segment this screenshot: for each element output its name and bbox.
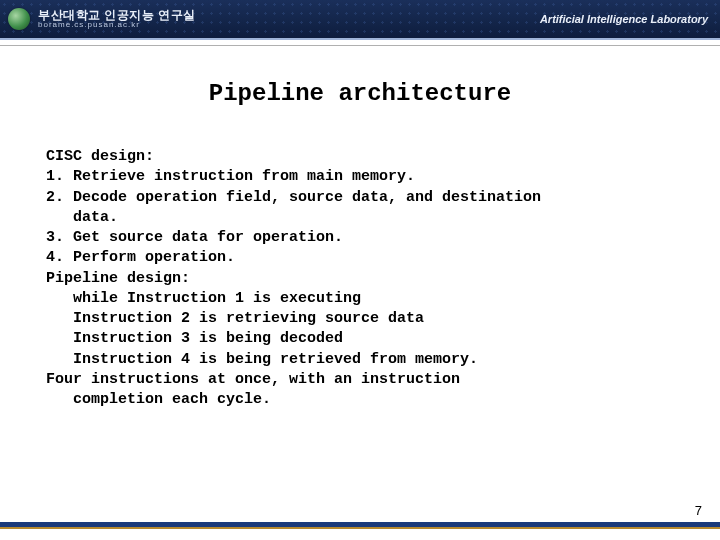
slide-footer [0, 522, 720, 540]
pipeline-line-1: while Instruction 1 is executing [46, 289, 674, 309]
slide-title: Pipeline architecture [0, 80, 720, 107]
cisc-step-2-line1: 2. Decode operation field, source data, … [46, 188, 674, 208]
slide-header: 부산대학교 인공지능 연구실 borame.cs.pusan.ac.kr Art… [0, 0, 720, 38]
cisc-step-4: 4. Perform operation. [46, 248, 674, 268]
cisc-step-1: 1. Retrieve instruction from main memory… [46, 167, 674, 187]
pipeline-line-3: Instruction 3 is being decoded [46, 329, 674, 349]
header-lab-label: Artificial Intelligence Laboratory [540, 13, 708, 25]
closing-line-2: completion each cycle. [46, 390, 674, 410]
university-logo-icon [8, 8, 30, 30]
cisc-heading: CISC design: [46, 147, 674, 167]
header-url: borame.cs.pusan.ac.kr [38, 21, 196, 29]
closing-line-1: Four instructions at once, with an instr… [46, 370, 674, 390]
cisc-step-2-line2: data. [46, 208, 674, 228]
header-gap [0, 40, 720, 46]
footer-bar-gold [0, 527, 720, 529]
header-title-block: 부산대학교 인공지능 연구실 borame.cs.pusan.ac.kr [38, 9, 196, 30]
pipeline-line-4: Instruction 4 is being retrieved from me… [46, 350, 674, 370]
page-number: 7 [695, 503, 702, 518]
cisc-step-3: 3. Get source data for operation. [46, 228, 674, 248]
slide-body: CISC design: 1. Retrieve instruction fro… [0, 107, 720, 410]
pipeline-line-2: Instruction 2 is retrieving source data [46, 309, 674, 329]
header-left: 부산대학교 인공지능 연구실 borame.cs.pusan.ac.kr [8, 8, 196, 30]
pipeline-heading: Pipeline design: [46, 269, 674, 289]
